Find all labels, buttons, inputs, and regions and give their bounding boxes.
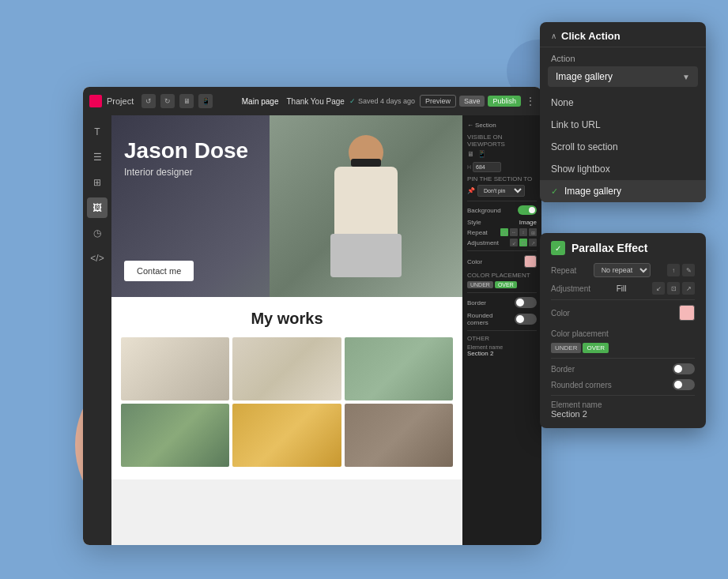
px-color-row: Color — [551, 305, 695, 321]
work-item-5[interactable] — [232, 404, 341, 467]
ca-option-none[interactable]: None — [540, 92, 706, 114]
ca-option-scroll[interactable]: Scroll to section — [540, 136, 706, 158]
save-button[interactable]: Save — [459, 96, 485, 107]
height-label: H — [467, 164, 471, 170]
device-desktop-button[interactable]: 🖥 — [179, 94, 194, 108]
mobile-icon[interactable]: 📱 — [477, 150, 486, 158]
ca-option-gallery[interactable]: ✓ Image gallery — [540, 180, 706, 202]
sidebar-item-media[interactable]: 🖼 — [87, 197, 108, 218]
sidebar-item-text[interactable]: T — [87, 122, 108, 142]
adj-icon-2[interactable]: ⊡ — [519, 239, 527, 246]
px-pos-icon-1[interactable]: ↑ — [667, 264, 680, 276]
person-head — [349, 135, 383, 170]
rounded-toggle[interactable] — [515, 314, 537, 325]
work-item-3[interactable] — [345, 337, 453, 400]
px-repeat-row: Repeat No repeat ↑ ✎ — [551, 263, 695, 277]
element-name-value: Section 2 — [467, 350, 537, 357]
divider-4 — [467, 330, 537, 331]
hero-text: Jason Dose Interior designer — [124, 139, 248, 178]
ca-option-none-label: None — [551, 97, 574, 108]
person-figure — [315, 123, 417, 297]
px-adj-icon-2[interactable]: ⊡ — [667, 282, 680, 295]
px-under-button[interactable]: UNDER — [551, 343, 581, 353]
ca-chevron-icon[interactable]: ∧ — [551, 32, 556, 40]
repeat-all-icon[interactable]: ⊞ — [529, 228, 537, 236]
hero-subtitle: Interior designer — [124, 167, 248, 178]
sidebar-item-apps[interactable]: ⊞ — [87, 172, 108, 193]
ca-check-icon: ✓ — [551, 186, 558, 197]
redo-button[interactable]: ↻ — [160, 94, 175, 108]
repeat-h-icon[interactable]: ↔ — [510, 228, 518, 236]
rounded-row: Rounded corners — [467, 312, 537, 326]
background-row: Background — [467, 205, 537, 215]
undo-button[interactable]: ↺ — [141, 94, 156, 108]
click-action-panel: ∧ Click Action Action Image gallery ▼ No… — [540, 22, 706, 202]
px-divider-3 — [551, 395, 695, 396]
parallax-checkbox[interactable]: ✓ — [551, 241, 565, 255]
pin-label: Pin the section to — [467, 175, 537, 182]
preview-button[interactable]: Preview — [420, 95, 456, 107]
toolbar-logo — [89, 95, 102, 107]
px-border-toggle[interactable] — [673, 363, 695, 374]
px-adjustment-row: Adjustment Fill ↙ ⊡ ↗ — [551, 282, 695, 295]
adjustment-label: Adjustment — [467, 239, 499, 246]
repeat-row: Repeat ◻ ↔ ↕ ⊞ — [467, 228, 537, 236]
ca-option-lightbox[interactable]: Show lightbox — [540, 158, 706, 180]
works-section: My works — [111, 297, 462, 479]
work-item-4[interactable] — [121, 404, 229, 467]
color-swatch[interactable] — [524, 255, 537, 268]
work-item-1[interactable] — [121, 337, 229, 400]
saved-label: Saved 4 days ago — [358, 97, 415, 105]
style-value: Image — [519, 219, 537, 226]
hero-image — [270, 115, 462, 297]
rounded-label: Rounded corners — [467, 312, 515, 326]
px-rounded-row: Rounded corners — [551, 379, 695, 390]
px-pos-icon-2[interactable]: ✎ — [682, 264, 695, 276]
repeat-v-icon[interactable]: ↕ — [519, 228, 527, 236]
right-panel: ← Section Visible on viewports 🖥 📱 H Pin… — [462, 115, 541, 545]
px-over-button[interactable]: OVER — [583, 343, 609, 353]
over-button[interactable]: OVER — [495, 281, 517, 288]
adj-icon-3[interactable]: ↗ — [529, 239, 537, 246]
desktop-icon[interactable]: 🖥 — [467, 150, 474, 158]
sidebar-item-code[interactable]: </> — [87, 248, 108, 269]
parallax-header: ✓ Parallax Effect — [551, 241, 695, 255]
work-item-2[interactable] — [232, 337, 341, 400]
adj-icon-1[interactable]: ↙ — [510, 239, 518, 246]
saved-status: ✓ Saved 4 days ago — [349, 97, 415, 105]
ca-option-link[interactable]: Link to URL — [540, 114, 706, 136]
toolbar: Project ↺ ↻ 🖥 📱 Main page Thank You Page… — [83, 87, 541, 115]
px-rounded-label: Rounded corners — [551, 381, 612, 389]
sidebar-item-sections[interactable]: ☰ — [87, 147, 108, 167]
parallax-panel: ✓ Parallax Effect Repeat No repeat ↑ ✎ A… — [540, 233, 706, 428]
repeat-none-icon[interactable]: ◻ — [500, 228, 508, 236]
parallax-title: Parallax Effect — [571, 242, 648, 254]
px-repeat-label: Repeat — [551, 266, 576, 275]
px-adj-icon-1[interactable]: ↙ — [652, 282, 665, 295]
sidebar-item-history[interactable]: ◷ — [87, 223, 108, 243]
px-adj-icon-3[interactable]: ↗ — [682, 282, 695, 295]
under-button[interactable]: UNDER — [467, 281, 493, 288]
ca-action-dropdown[interactable]: Image gallery ▼ — [548, 66, 698, 87]
work-item-6[interactable] — [345, 404, 453, 467]
more-options-button[interactable]: ⋮ — [526, 96, 535, 107]
px-color-swatch[interactable] — [679, 305, 695, 321]
device-mobile-button[interactable]: 📱 — [198, 94, 213, 108]
placement-buttons: UNDER OVER — [467, 281, 537, 288]
publish-button[interactable]: Publish — [488, 96, 521, 107]
tab-thank-you-page[interactable]: Thank You Page — [286, 97, 344, 106]
px-position-icons: ↑ ✎ — [667, 264, 695, 276]
px-adjustment-value: Fill — [617, 284, 627, 293]
hero-name: Jason Dose — [124, 139, 248, 164]
panel-back-button[interactable]: ← Section — [467, 122, 537, 129]
style-label: Style — [467, 219, 481, 226]
px-rounded-toggle[interactable] — [673, 379, 695, 390]
contact-button[interactable]: Contact me — [124, 261, 194, 281]
border-toggle[interactable] — [515, 297, 537, 308]
height-input[interactable] — [473, 162, 501, 172]
px-repeat-select[interactable]: No repeat — [594, 263, 651, 277]
pin-select[interactable]: Don't pin — [477, 185, 525, 197]
background-toggle[interactable] — [518, 205, 537, 215]
tab-main-page[interactable]: Main page — [242, 97, 279, 106]
adjustment-icons: ↙ ⊡ ↗ — [510, 239, 537, 246]
